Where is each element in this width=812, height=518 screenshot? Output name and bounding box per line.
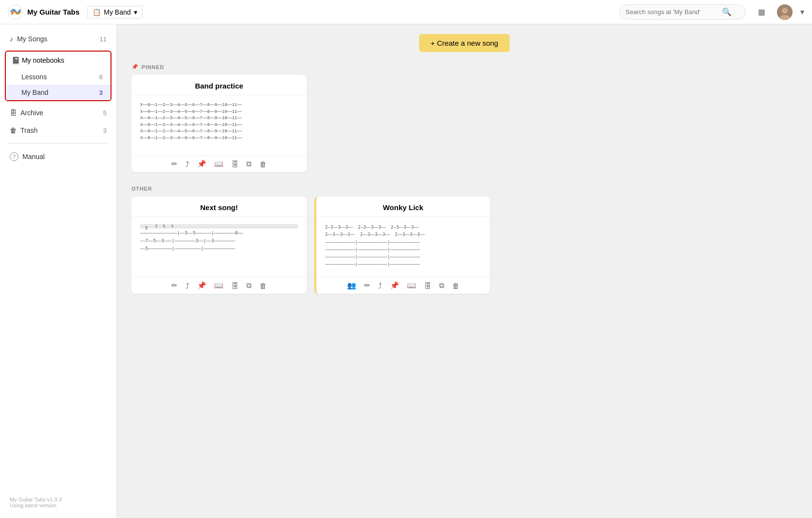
lessons-label: Lessons [21, 73, 47, 81]
archive-label: Archive [20, 109, 43, 117]
notebook-icon: 📓 [12, 56, 20, 64]
sidebar-bottom: My Guitar Tabs v1.9.3 Using latest versi… [0, 493, 116, 512]
song-tab-wonky-lick[interactable]: 2⌢3——3——3—— 2⌢3——3——3—— 2⌢3——3——3—— 2——3… [316, 217, 490, 277]
archive-icon: 🗄 [10, 109, 17, 117]
share-button-band-practice[interactable]: ⤴ [185, 160, 189, 168]
other-label: OTHER [131, 186, 152, 192]
notebook-button-next-song[interactable]: 📖 [214, 281, 223, 290]
edit-button-wonky-lick[interactable]: ✏ [364, 281, 370, 290]
create-btn-area: + Create a new song [131, 34, 797, 52]
version-note: Using latest version [10, 502, 107, 508]
grid-icon: ▦ [758, 7, 765, 17]
top-navigation: My Guitar Tabs 📋 My Band ▾ 🔍 ▦ ▾ [0, 0, 812, 24]
delete-button-wonky-lick[interactable]: 🗑 [452, 282, 460, 290]
lessons-count: 6 [99, 73, 103, 81]
sidebar-item-my-band[interactable]: My Band 3 [6, 85, 111, 100]
music-note-icon: ♪ [10, 35, 13, 43]
sidebar-divider [8, 143, 109, 143]
my-band-count: 3 [99, 89, 103, 96]
tab-notation-wonky-lick: 2⌢3——3——3—— 2⌢3——3——3—— 2⌢3——3——3—— 2——3… [321, 221, 485, 271]
song-card-wonky-lick: Wonky Lick 2⌢3——3——3—— 2⌢3——3——3—— 2⌢3——… [314, 196, 490, 294]
tab-notation: X——0——1——2——3——4——5——6——7——8——9——10——11—… [136, 99, 302, 145]
svg-point-2 [782, 8, 788, 14]
create-new-song-button[interactable]: + Create a new song [419, 34, 510, 52]
manual-label: Manual [22, 153, 45, 161]
chevron-down-icon: ▾ [134, 8, 137, 16]
my-band-label: My Band [21, 89, 48, 96]
avatar-image [777, 4, 793, 20]
copy-button-wonky-lick[interactable]: ⧉ [439, 281, 444, 290]
delete-button-next-song[interactable]: 🗑 [259, 282, 267, 290]
song-title-band-practice[interactable]: Band practice [131, 75, 307, 95]
my-songs-count: 11 [100, 36, 107, 43]
pin-button-next-song[interactable]: 📌 [197, 281, 206, 290]
sidebar-item-my-songs[interactable]: ♪ My Songs 11 [0, 30, 116, 48]
song-tab-next-song[interactable]: 7 5 3 5 ——————————————|——5——5——————|————… [131, 217, 307, 277]
user-avatar[interactable] [777, 4, 793, 20]
my-notebooks-header[interactable]: 📓 My notebooks [6, 52, 111, 69]
other-section-label: OTHER [131, 186, 797, 192]
band-selector[interactable]: 📋 My Band ▾ [87, 6, 142, 18]
search-bar: 🔍 [619, 4, 746, 19]
trash-count: 3 [103, 127, 107, 134]
sidebar-item-archive[interactable]: 🗄 Archive 5 [0, 104, 116, 122]
pinned-label: PINNED [142, 64, 164, 70]
trash-icon: 🗑 [10, 126, 17, 134]
notebook-button-wonky-lick[interactable]: 📖 [407, 281, 416, 290]
notebook-button-band-practice[interactable]: 📖 [214, 160, 223, 168]
sidebar-item-lessons[interactable]: Lessons 6 [6, 69, 111, 85]
user-menu-chevron[interactable]: ▾ [800, 7, 804, 17]
pinned-songs-grid: Band practice X——0——1——2——3——4——5——6——7—… [131, 75, 797, 172]
band-icon: 📋 [92, 8, 101, 16]
app-logo-icon [8, 4, 23, 20]
pin-label-icon: 📌 [131, 64, 139, 70]
people-button-wonky-lick[interactable]: 👥 [347, 281, 356, 290]
pin-button-wonky-lick[interactable]: 📌 [390, 281, 399, 290]
song-actions-next-song: ✏ ⤴ 📌 📖 🗄 ⧉ 🗑 [131, 277, 307, 294]
share-button-wonky-lick[interactable]: ⤴ [378, 282, 382, 290]
my-songs-label: My Songs [17, 35, 47, 43]
song-title-next-song[interactable]: Next song! [131, 196, 307, 217]
search-input[interactable] [626, 8, 718, 16]
help-icon: ? [10, 152, 18, 161]
trash-label: Trash [20, 126, 37, 134]
archive-button-wonky-lick[interactable]: 🗄 [424, 282, 431, 290]
song-card-next-song: Next song! 7 5 3 5 [131, 196, 307, 294]
copy-button-next-song[interactable]: ⧉ [246, 281, 252, 290]
my-notebooks-label: My notebooks [22, 56, 64, 64]
archive-count: 5 [103, 109, 107, 117]
grid-view-button[interactable]: ▦ [754, 4, 769, 20]
pin-button-band-practice[interactable]: 📌 [197, 160, 206, 168]
main-content: + Create a new song 📌 PINNED Band practi… [117, 24, 812, 518]
app-version: My Guitar Tabs v1.9.3 [10, 497, 107, 502]
app-name: My Guitar Tabs [27, 8, 79, 16]
band-name: My Band [104, 8, 130, 16]
app-layout: ♪ My Songs 11 📓 My notebooks Lessons 6 M… [0, 24, 812, 518]
tab-notation-next-song: 7 5 3 5 ——————————————|——5——5——————|————… [136, 221, 302, 256]
other-songs-row: Next song! 7 5 3 5 [131, 196, 797, 294]
copy-button-band-practice[interactable]: ⧉ [246, 160, 252, 168]
archive-button-next-song[interactable]: 🗄 [231, 282, 239, 290]
song-actions-wonky-lick: 👥 ✏ ⤴ 📌 📖 🗄 ⧉ 🗑 [316, 277, 490, 294]
song-card-band-practice: Band practice X——0——1——2——3——4——5——6——7—… [131, 75, 307, 172]
edit-button-next-song[interactable]: ✏ [171, 281, 178, 290]
app-logo-area: My Guitar Tabs [8, 4, 79, 20]
song-actions-band-practice: ✏ ⤴ 📌 📖 🗄 ⧉ 🗑 [131, 155, 307, 172]
sidebar: ♪ My Songs 11 📓 My notebooks Lessons 6 M… [0, 24, 117, 518]
share-button-next-song[interactable]: ⤴ [185, 282, 189, 290]
song-title-wonky-lick[interactable]: Wonky Lick [316, 196, 490, 217]
sidebar-item-trash[interactable]: 🗑 Trash 3 [0, 122, 116, 139]
archive-button-band-practice[interactable]: 🗄 [231, 160, 239, 168]
pinned-section-label: 📌 PINNED [131, 64, 797, 70]
delete-button-band-practice[interactable]: 🗑 [259, 160, 267, 168]
edit-button-band-practice[interactable]: ✏ [171, 160, 178, 168]
my-notebooks-section: 📓 My notebooks Lessons 6 My Band 3 [5, 51, 111, 101]
song-tab-band-practice[interactable]: X——0——1——2——3——4——5——6——7——8——9——10——11—… [131, 95, 307, 155]
sidebar-item-manual[interactable]: ? Manual [0, 147, 116, 166]
search-icon[interactable]: 🔍 [722, 7, 732, 17]
